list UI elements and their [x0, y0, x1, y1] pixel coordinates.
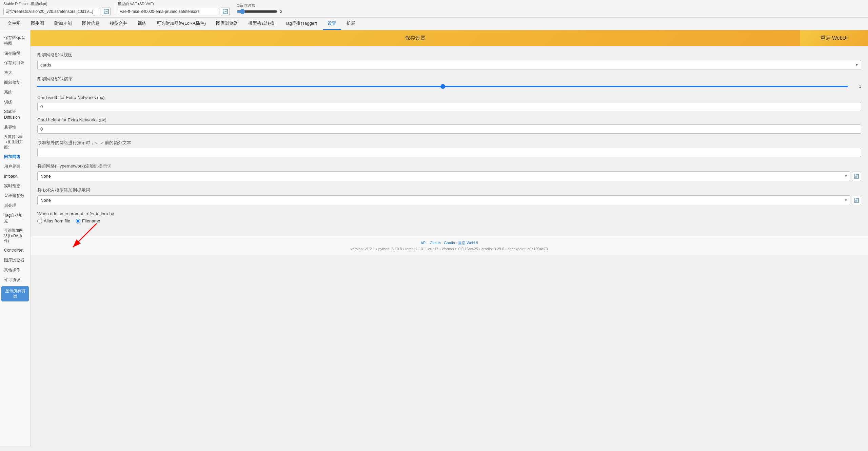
alias-from-file-label: Alias from file — [44, 218, 70, 223]
lora-select[interactable]: None — [37, 195, 850, 205]
vae-refresh-button[interactable]: 🔄 — [221, 7, 230, 16]
multiplier-value: 1 — [851, 84, 861, 89]
clip-value: 2 — [280, 9, 282, 14]
tab-png-info[interactable]: 图片信息 — [77, 18, 104, 30]
tab-tagger[interactable]: Tag反推(Tagger) — [280, 18, 322, 30]
tab-train[interactable]: 训练 — [133, 18, 151, 30]
sidebar-item-sampler[interactable]: 采样器参数 — [1, 191, 29, 201]
sidebar-item-system[interactable]: 系统 — [1, 87, 29, 97]
sidebar-item-license[interactable]: 许可协议 — [1, 275, 29, 285]
tab-img2img[interactable]: 图生图 — [26, 18, 49, 30]
sidebar-item-face-restore[interactable]: 面部修复 — [1, 78, 29, 87]
model-label: Stable Diffusion 模型(ckpt) — [3, 1, 111, 6]
main-layout: 保存图像/音格图 保存路径 保存到目录 放大 面部修复 系统 训练 Stable… — [0, 30, 868, 446]
lora-select-row: None ▼ 🔄 — [37, 195, 861, 205]
lora-select-wrap: None ▼ — [37, 195, 850, 205]
extra-text-label: 添加额外的网络进行操示时，<...> 前的额外文本 — [37, 140, 861, 146]
footer-restart-link[interactable]: 重启 WebUI — [458, 241, 478, 245]
filename-label: Filename — [82, 218, 100, 223]
restart-webui-button[interactable]: 重启 WebUI — [800, 30, 868, 46]
banner-row: 保存设置 重启 WebUI — [31, 30, 868, 46]
vae-label: 模型的 VAE (SD VAE) — [118, 1, 230, 6]
settings-main: 附加网络默认视图 cards thumbs list ▼ 附加网络默认倍率 — [37, 52, 861, 231]
alias-from-file-option[interactable]: Alias from file — [37, 218, 70, 223]
vae-select[interactable]: vae-ft-mse-840000-ema-pruned.safetensors — [118, 8, 219, 15]
sidebar-item-show-all[interactable]: 显示所有页面 — [1, 286, 29, 302]
sidebar-item-optional-networks[interactable]: 可选附加网络(LoRA插件) — [1, 226, 29, 246]
extra-networks-view-wrap: cards thumbs list ▼ — [37, 60, 861, 70]
multiplier-label: 附加网络默认倍率 — [37, 76, 861, 82]
lora-label: 将 LoRA 模型添加到提示词 — [37, 187, 861, 193]
footer-links: API · Github · Gradio · 重启 WebUI — [35, 240, 864, 246]
extra-text-input[interactable] — [37, 148, 861, 157]
hypernetwork-select-row: None ▼ 🔄 — [37, 171, 861, 181]
tab-extensions[interactable]: 扩展 — [342, 18, 360, 30]
filename-radio[interactable] — [76, 219, 80, 223]
model-select-wrap: 写实/realisticVision20_v20.safetensors [c0… — [3, 7, 111, 16]
hypernetwork-refresh-button[interactable]: 🔄 — [852, 172, 861, 181]
footer: API · Github · Gradio · 重启 WebUI version… — [31, 236, 868, 255]
save-settings-button[interactable]: 保存设置 — [31, 30, 800, 46]
sidebar-item-upscale[interactable]: 放大 — [1, 68, 29, 78]
hypernetwork-select[interactable]: None — [37, 171, 850, 181]
sidebar-item-tag-autocomplete[interactable]: Tag自动填充 — [1, 211, 29, 226]
footer-gradio-link[interactable]: Gradio — [444, 241, 455, 245]
lora-refer-section: When adding to prompt, refer to lora by … — [37, 211, 861, 224]
lora-refresh-button[interactable]: 🔄 — [852, 196, 861, 205]
clip-slider[interactable] — [237, 9, 277, 14]
sidebar-item-gallery-browser[interactable]: 图库浏览器 — [1, 255, 29, 265]
content-area: 保存设置 重启 WebUI 附加网络默认视图 cards thumbs list… — [31, 30, 868, 446]
sidebar-item-controlnet[interactable]: ControlNet — [1, 246, 29, 255]
top-bar: Stable Diffusion 模型(ckpt) 写实/realisticVi… — [0, 0, 868, 18]
model-select[interactable]: 写实/realisticVision20_v20.safetensors [c0… — [3, 8, 100, 15]
alias-from-file-radio[interactable] — [37, 219, 42, 223]
settings-content: 附加网络默认视图 cards thumbs list ▼ 附加网络默认倍率 — [31, 46, 868, 236]
clip-label: Clip 跳过层 — [237, 3, 282, 8]
tab-gallery[interactable]: 图库浏览器 — [211, 18, 243, 30]
clip-section: Clip 跳过层 2 — [237, 3, 282, 14]
tab-extras[interactable]: 附加功能 — [50, 18, 77, 30]
card-width-label: Card width for Extra Networks (px) — [37, 95, 861, 100]
extra-networks-view-section: 附加网络默认视图 cards thumbs list ▼ — [37, 52, 861, 70]
lora-refer-label: When adding to prompt, refer to lora by — [37, 211, 861, 216]
sidebar-item-save-dir[interactable]: 保存到目录 — [1, 58, 29, 68]
sidebar-item-postprocess[interactable]: 后处理 — [1, 201, 29, 211]
sidebar-item-save-path[interactable]: 保存路径 — [1, 48, 29, 58]
sidebar-item-compatibility[interactable]: 兼容性 — [1, 122, 29, 132]
lora-refer-radio-group: Alias from file Filename — [37, 218, 100, 223]
sidebar-item-save-image[interactable]: 保存图像/音格图 — [1, 33, 29, 48]
sidebar-item-live-preview[interactable]: 实时预览 — [1, 181, 29, 191]
multiplier-slider[interactable] — [37, 86, 848, 87]
tab-merge[interactable]: 模型合并 — [105, 18, 132, 30]
tab-settings[interactable]: 设置 — [323, 18, 341, 30]
footer-github-link[interactable]: Github — [430, 241, 440, 245]
model-refresh-button[interactable]: 🔄 — [102, 7, 111, 16]
hypernetwork-label: 将超网络(Hypernetwork)添加到提示词 — [37, 163, 861, 169]
tab-convert[interactable]: 模型格式转换 — [243, 18, 279, 30]
separator-2 — [233, 3, 233, 15]
card-height-input[interactable]: 0 — [37, 124, 861, 134]
sidebar-item-other-ops[interactable]: 其他操作 — [1, 265, 29, 275]
sidebar-item-infotext[interactable]: Infotext — [1, 172, 29, 181]
tab-bar: 文生图 图生图 附加功能 图片信息 模型合并 训练 可选附加网络(LoRA插件)… — [0, 18, 868, 30]
footer-api-link[interactable]: API — [420, 241, 427, 245]
card-width-section: Card width for Extra Networks (px) 0 — [37, 95, 861, 111]
card-width-input[interactable]: 0 — [37, 102, 861, 111]
card-height-section: Card height for Extra Networks (px) 0 — [37, 117, 861, 134]
sidebar: 保存图像/音格图 保存路径 保存到目录 放大 面部修复 系统 训练 Stable… — [0, 30, 31, 446]
sidebar-item-training[interactable]: 训练 — [1, 97, 29, 107]
sidebar-item-stable-diffusion[interactable]: Stable Diffusion — [1, 107, 29, 122]
lora-section: 将 LoRA 模型添加到提示词 None ▼ 🔄 — [37, 187, 861, 205]
hypernetwork-select-wrap: None ▼ — [37, 171, 850, 181]
tab-txt2img[interactable]: 文生图 — [3, 18, 25, 30]
extra-networks-view-select[interactable]: cards thumbs list — [37, 60, 861, 70]
hypernetwork-section: 将超网络(Hypernetwork)添加到提示词 None ▼ 🔄 — [37, 163, 861, 181]
clip-slider-wrap: 2 — [237, 9, 282, 14]
footer-version-info: version: v1.2.1 • python: 3.10.8 • torch… — [35, 247, 864, 251]
sidebar-item-extra-networks[interactable]: 附加网络 — [1, 152, 29, 162]
tab-lora[interactable]: 可选附加网络(LoRA插件) — [152, 18, 211, 30]
sidebar-item-neg-prompt[interactable]: 反度提示词（图生图页面） — [1, 132, 29, 152]
card-height-label: Card height for Extra Networks (px) — [37, 117, 861, 122]
sidebar-item-ui[interactable]: 用户界面 — [1, 162, 29, 172]
filename-option[interactable]: Filename — [76, 218, 100, 223]
